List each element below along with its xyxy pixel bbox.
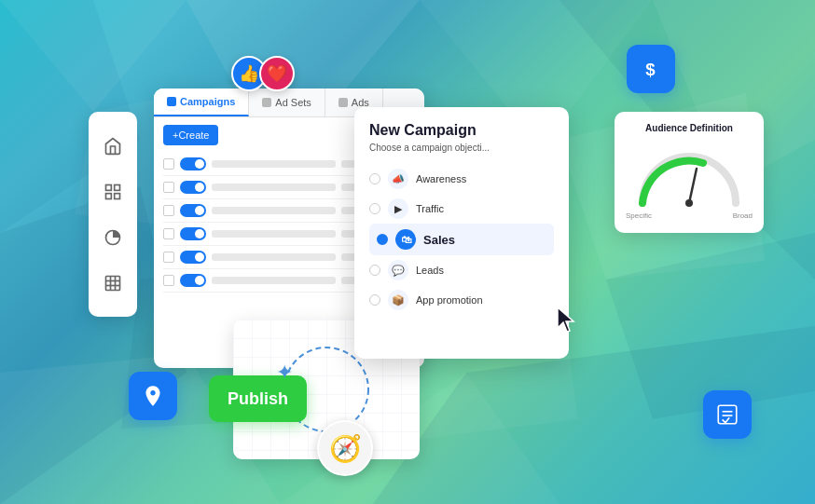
leads-icon: 💬 bbox=[388, 260, 408, 280]
create-button[interactable]: +Create bbox=[163, 125, 218, 145]
svg-point-26 bbox=[685, 199, 693, 207]
row-content bbox=[212, 160, 336, 168]
left-sidebar bbox=[89, 112, 137, 317]
row-checkbox[interactable] bbox=[163, 158, 174, 170]
sales-icon: 🛍 bbox=[395, 229, 416, 250]
row-checkbox[interactable] bbox=[163, 228, 174, 239]
modal-title: New Campaign bbox=[369, 122, 554, 139]
objective-traffic[interactable]: ▶ Traffic bbox=[369, 194, 554, 224]
app-icon: 📦 bbox=[388, 290, 408, 310]
row-checkbox[interactable] bbox=[163, 275, 174, 286]
social-badges: 👍 ❤️ bbox=[231, 56, 295, 91]
compass-icon: 🧭 bbox=[317, 420, 373, 476]
tab-campaigns[interactable]: Campaigns bbox=[154, 89, 249, 116]
row-toggle[interactable] bbox=[180, 227, 206, 240]
radio-awareness[interactable] bbox=[369, 173, 380, 184]
row-content bbox=[212, 184, 336, 191]
grid-icon[interactable] bbox=[99, 178, 127, 206]
gauge-labels: Specific Broad bbox=[626, 211, 753, 220]
radio-traffic[interactable] bbox=[369, 203, 380, 214]
row-toggle[interactable] bbox=[180, 204, 206, 217]
row-content bbox=[212, 207, 336, 214]
new-campaign-modal: New Campaign Choose a campaign objecti..… bbox=[354, 107, 569, 359]
objective-leads[interactable]: 💬 Leads bbox=[369, 255, 554, 285]
objective-awareness[interactable]: 📣 Awareness bbox=[369, 164, 554, 194]
radio-app[interactable] bbox=[369, 294, 380, 306]
row-checkbox[interactable] bbox=[163, 205, 174, 216]
row-checkbox[interactable] bbox=[163, 182, 174, 193]
radio-leads[interactable] bbox=[369, 265, 380, 276]
modal-subtitle: Choose a campaign objecti... bbox=[369, 143, 554, 153]
tab-adsets[interactable]: Ad Sets bbox=[249, 89, 325, 116]
heart-badge: ❤️ bbox=[259, 56, 295, 91]
table-icon[interactable] bbox=[99, 269, 127, 297]
gauge-container: Specific Broad bbox=[626, 143, 753, 220]
objective-app-promotion[interactable]: 📦 App promotion bbox=[369, 285, 554, 315]
scene: 👍 ❤️ Campaigns Ad Sets Ads +Create bbox=[0, 0, 815, 504]
radio-sales[interactable] bbox=[377, 234, 388, 245]
home-icon[interactable] bbox=[99, 132, 127, 160]
row-content bbox=[212, 253, 336, 261]
dollar-sign-icon: $ bbox=[638, 56, 664, 82]
svg-rect-20 bbox=[106, 276, 120, 290]
dollar-icon: $ bbox=[627, 45, 675, 93]
row-content bbox=[212, 230, 336, 238]
row-checkbox[interactable] bbox=[163, 252, 174, 263]
audience-card: Audience Definition Specific Broad bbox=[615, 112, 764, 233]
checklist-icon bbox=[703, 390, 752, 439]
chart-icon[interactable] bbox=[99, 224, 127, 252]
row-toggle[interactable] bbox=[180, 181, 206, 194]
row-content bbox=[212, 277, 336, 284]
traffic-icon: ▶ bbox=[388, 198, 408, 219]
row-toggle[interactable] bbox=[180, 157, 206, 170]
svg-rect-16 bbox=[115, 184, 120, 190]
svg-line-25 bbox=[689, 169, 697, 203]
checklist-svg-icon bbox=[715, 402, 739, 427]
location-icon bbox=[129, 372, 177, 420]
row-toggle[interactable] bbox=[180, 251, 206, 264]
svg-text:$: $ bbox=[645, 60, 656, 79]
sparkle-icon: ✦ bbox=[276, 361, 293, 385]
svg-rect-17 bbox=[106, 193, 112, 198]
svg-rect-15 bbox=[106, 184, 112, 190]
svg-rect-18 bbox=[115, 193, 120, 198]
awareness-icon: 📣 bbox=[388, 169, 408, 189]
audience-title: Audience Definition bbox=[626, 123, 753, 133]
row-toggle[interactable] bbox=[180, 274, 206, 287]
map-pin-icon bbox=[141, 384, 165, 408]
gauge-svg bbox=[633, 143, 745, 208]
objective-sales[interactable]: 🛍 Sales bbox=[369, 224, 554, 255]
